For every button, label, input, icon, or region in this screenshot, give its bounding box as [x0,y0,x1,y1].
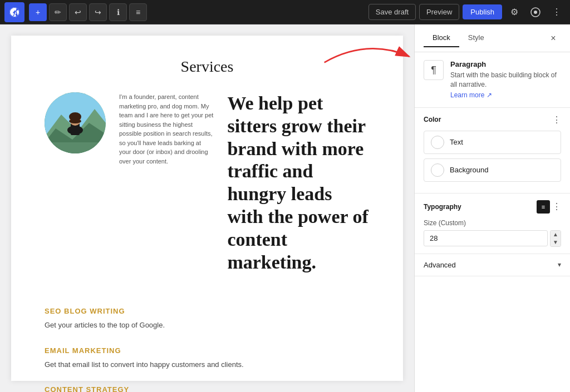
color-section: Color ⋮ Text Background [415,108,570,193]
block-panel: Block Style × ¶ Paragraph Start with the… [414,24,570,392]
service-title-1: SEO BLOG WRITING [45,307,370,315]
typography-preset-button[interactable]: ≡ [537,200,550,214]
text-color-label: Text [450,138,463,146]
intro-section: I'm a founder, parent, content marketing… [45,92,370,290]
main-area: Services [0,24,570,392]
typography-controls: ≡ ⋮ [537,200,561,214]
page-title: Services [45,58,370,76]
service-desc-2: Get that email list to convert into happ… [45,359,370,370]
add-block-button[interactable]: + [29,3,47,21]
publish-button[interactable]: Publish [463,4,502,19]
edit-button[interactable]: ✏ [49,3,67,21]
avatar-container [45,92,106,290]
toolbar: + ✏ ↩ ↪ ℹ ≡ Save draft Preview Publish ⚙… [0,0,570,24]
background-color-circle [431,163,444,177]
size-input[interactable] [424,230,548,246]
external-link-icon: ↗ [487,91,492,99]
intro-text: I'm a founder, parent, content marketing… [119,92,214,166]
info-button[interactable]: ℹ [109,3,127,21]
more-options-button[interactable]: ⋮ [548,3,566,21]
toolbar-left: + ✏ ↩ ↪ ℹ ≡ [4,2,368,22]
text-color-row[interactable]: Text [424,131,561,154]
tab-style[interactable]: Style [459,29,493,47]
chevron-down-icon: ▾ [558,261,561,269]
color-more-button[interactable]: ⋮ [552,115,561,125]
list-view-button[interactable]: ≡ [129,3,147,21]
intro-text-block: I'm a founder, parent, content marketing… [119,92,214,290]
panel-header: Block Style × [415,24,570,52]
wordpress-logo [4,2,24,22]
color-section-title: Color [424,116,441,123]
background-color-row[interactable]: Background [424,158,561,182]
save-draft-button[interactable]: Save draft [368,4,416,20]
advanced-section: Advanced ▾ [415,254,570,276]
settings-icon-button[interactable]: ⚙ [505,3,523,21]
avatar [45,92,106,153]
editor-canvas[interactable]: Services [0,24,414,392]
toolbar-right: Save draft Preview Publish ⚙ ⋮ [368,3,566,21]
typography-section-header: Typography ≡ ⋮ [424,200,561,214]
preview-button[interactable]: Preview [419,4,459,20]
tab-block[interactable]: Block [424,29,459,47]
spin-up-button[interactable]: ▲ [551,231,561,239]
learn-more-link[interactable]: Learn more ↗ [450,91,492,99]
service-2: EMAIL MARKETING Get that email list to c… [45,346,370,370]
block-name: Paragraph [450,60,561,68]
panel-tabs: Block Style [424,29,493,47]
service-title-3: CONTENT STRATEGY [45,385,370,392]
svg-rect-6 [45,142,106,153]
undo-button[interactable]: ↩ [69,3,87,21]
advanced-title: Advanced [424,261,456,269]
size-spinner: ▲ ▼ [550,230,561,247]
advanced-header[interactable]: Advanced ▾ [424,261,561,269]
service-title-2: EMAIL MARKETING [45,346,370,355]
editor-wrapper: Services [0,24,414,392]
color-section-header: Color ⋮ [424,115,561,125]
service-3: CONTENT STRATEGY A full-service offering… [45,385,370,392]
paragraph-icon: ¶ [424,60,444,80]
typography-section: Typography ≡ ⋮ Size (Custom) ▲ ▼ [415,193,570,254]
typography-more-button[interactable]: ⋮ [552,200,561,214]
size-label: Size (Custom) [424,219,561,227]
text-color-circle [431,136,444,149]
typography-section-title: Typography [424,203,461,211]
block-info: ¶ Paragraph Start with the basic buildin… [415,52,570,108]
background-color-label: Background [450,166,488,174]
main-headline: We help pet sitters grow their brand wit… [227,92,370,274]
extensions-button[interactable] [527,3,544,21]
panel-close-button[interactable]: × [546,31,561,46]
redo-button[interactable]: ↪ [89,3,107,21]
block-description: Paragraph Start with the basic building … [450,60,561,100]
service-1: SEO BLOG WRITING Get your articles to th… [45,307,370,331]
service-desc-1: Get your articles to the top of Google. [45,320,370,331]
svg-point-11 [69,119,81,123]
spin-down-button[interactable]: ▼ [551,239,561,246]
block-desc-text: Start with the basic building block of a… [450,71,561,90]
page-content: Services [11,36,403,381]
headline-block: We help pet sitters grow their brand wit… [227,92,370,290]
size-input-row: ▲ ▼ [424,230,561,247]
